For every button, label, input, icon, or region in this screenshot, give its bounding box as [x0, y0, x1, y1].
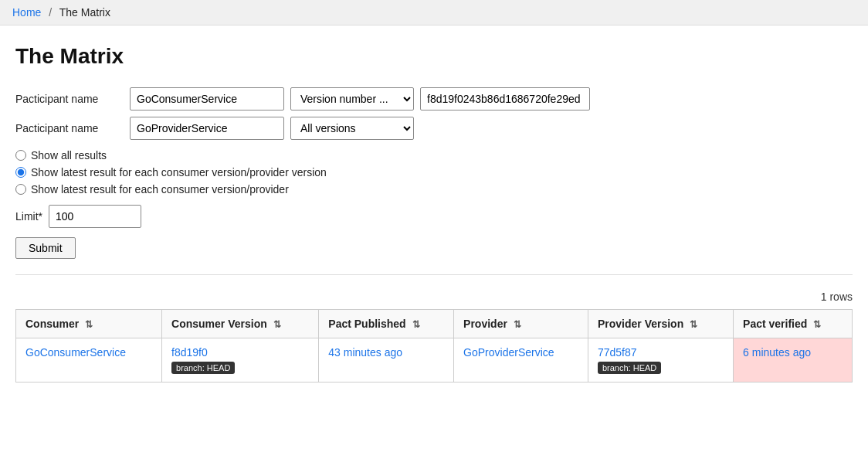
limit-label: Limit*: [15, 210, 42, 223]
consumer-sort-icon[interactable]: ⇅: [85, 319, 93, 330]
provider-version-select[interactable]: All versions: [290, 117, 414, 140]
provider-label: Pacticipant name: [15, 122, 124, 134]
consumer-version-sort-icon[interactable]: ⇅: [273, 319, 281, 330]
rows-count: 1 rows: [15, 291, 853, 303]
pact-published-cell: 43 minutes ago: [319, 338, 454, 382]
provider-link[interactable]: GoProviderService: [463, 346, 554, 359]
radio-row-1: Show all results: [15, 149, 853, 162]
col-consumer-version: Consumer Version ⇅: [162, 310, 319, 338]
consumer-version-cell: f8d19f0 branch: HEAD: [162, 338, 319, 382]
provider-branch-badge: branch: HEAD: [598, 362, 661, 374]
provider-version-link[interactable]: 77d5f87: [598, 346, 637, 359]
consumer-label: Pacticipant name: [15, 93, 124, 105]
page-title: The Matrix: [15, 44, 853, 69]
pact-verified-cell: 6 minutes ago: [734, 338, 853, 382]
table-row: GoConsumerService f8d19f0 branch: HEAD 4…: [16, 338, 853, 382]
consumer-version-select[interactable]: Version number ...: [290, 87, 414, 110]
consumer-version-link[interactable]: f8d19f0: [171, 346, 208, 359]
show-latest-radio[interactable]: [15, 184, 26, 195]
submit-button[interactable]: Submit: [15, 237, 76, 259]
col-consumer: Consumer ⇅: [16, 310, 162, 338]
provider-cell: GoProviderService: [454, 338, 588, 382]
consumer-version-text-input[interactable]: [420, 87, 590, 110]
consumer-row: Pacticipant name Version number ...: [15, 87, 853, 110]
radio-section: Show all results Show latest result for …: [15, 149, 853, 196]
main-content: The Matrix Pacticipant name Version numb…: [0, 26, 868, 401]
provider-name-input[interactable]: [130, 117, 284, 140]
col-provider-version: Provider Version ⇅: [588, 310, 733, 338]
pact-published-sort-icon[interactable]: ⇅: [412, 319, 420, 330]
breadcrumb-separator: /: [49, 6, 52, 19]
divider: [15, 274, 853, 275]
show-all-radio[interactable]: [15, 150, 26, 161]
radio-row-3: Show latest result for each consumer ver…: [15, 183, 853, 196]
col-pact-published: Pact Published ⇅: [319, 310, 454, 338]
breadcrumb-current: The Matrix: [59, 6, 110, 19]
pact-verified-sort-icon[interactable]: ⇅: [813, 319, 821, 330]
limit-row: Limit*: [15, 205, 853, 228]
consumer-name-input[interactable]: [130, 87, 284, 110]
show-all-label: Show all results: [31, 149, 107, 162]
provider-row: Pacticipant name All versions: [15, 117, 853, 140]
consumer-link[interactable]: GoConsumerService: [25, 346, 126, 359]
provider-version-cell: 77d5f87 branch: HEAD: [588, 338, 733, 382]
pact-verified-link[interactable]: 6 minutes ago: [743, 346, 811, 359]
show-latest-version-radio[interactable]: [15, 167, 26, 178]
breadcrumb: Home / The Matrix: [0, 0, 868, 26]
limit-input[interactable]: [49, 205, 141, 228]
show-latest-version-label: Show latest result for each consumer ver…: [31, 166, 327, 178]
consumer-cell: GoConsumerService: [16, 338, 162, 382]
filter-form: Pacticipant name Version number ... Pact…: [15, 87, 853, 259]
col-pact-verified: Pact verified ⇅: [734, 310, 853, 338]
col-provider: Provider ⇅: [454, 310, 588, 338]
provider-version-sort-icon[interactable]: ⇅: [690, 319, 697, 330]
table-header-row: Consumer ⇅ Consumer Version ⇅ Pact Publi…: [16, 310, 853, 338]
radio-row-2: Show latest result for each consumer ver…: [15, 166, 853, 178]
results-table: Consumer ⇅ Consumer Version ⇅ Pact Publi…: [15, 309, 853, 382]
breadcrumb-home-link[interactable]: Home: [12, 6, 41, 19]
pact-published-link[interactable]: 43 minutes ago: [328, 346, 402, 359]
provider-sort-icon[interactable]: ⇅: [514, 319, 521, 330]
consumer-branch-badge: branch: HEAD: [171, 362, 235, 374]
show-latest-label: Show latest result for each consumer ver…: [31, 183, 289, 196]
